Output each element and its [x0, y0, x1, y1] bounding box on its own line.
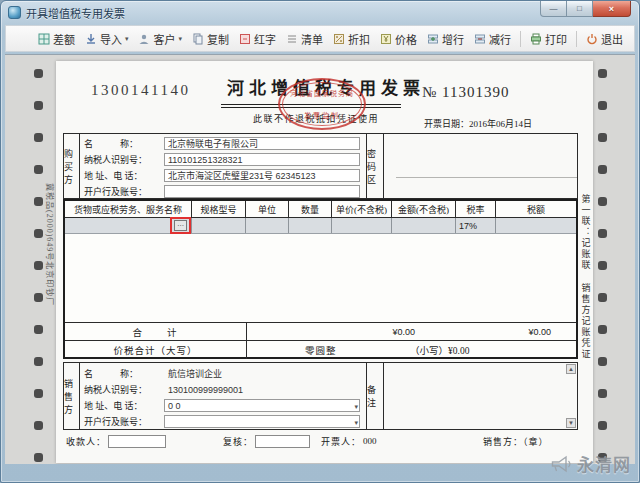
chevron-down-icon[interactable]: ▾ — [178, 35, 182, 43]
copy-note-line2: 销售方记账凭证 — [580, 283, 593, 360]
perforation-dot — [598, 133, 607, 142]
seller-address-input[interactable]: 0 0▾ — [164, 399, 360, 412]
toolbar-button-customer[interactable]: 客户 ▾ — [133, 28, 187, 50]
grand-total-numeric: （小写）¥0.00 — [410, 341, 469, 359]
grid-icon — [38, 33, 50, 45]
perforation-dot — [34, 165, 43, 174]
payee-input[interactable] — [108, 435, 166, 448]
copy-note-line1: 第一联：记账联 — [580, 194, 593, 271]
toolbar-button-remove-row[interactable]: 减行 — [469, 28, 516, 50]
toolbar-button-add-row[interactable]: 增行 — [422, 28, 469, 50]
toolbar-label: 清单 — [301, 31, 323, 47]
perforation-dot — [34, 421, 43, 430]
toolbar-button-discount[interactable]: 折扣 — [328, 28, 375, 50]
megaphone-icon — [550, 454, 574, 474]
minimize-button[interactable]: — — [540, 1, 567, 17]
client-area: 冀税品(2000)649号北京印钞厂 1300141140 河北增值税专用发票 … — [5, 54, 635, 464]
chevron-down-icon[interactable]: ▾ — [354, 417, 358, 428]
perforation-dot — [34, 101, 43, 110]
watermark-text: 永清网 — [577, 451, 631, 476]
buyer-address-input[interactable]: 北京市海淀区虎璧里231号 62345123 — [164, 169, 360, 182]
item-row-selected[interactable]: ⋯ 17% — [65, 218, 576, 234]
total-amount: ¥0.00 — [345, 323, 415, 340]
buyer-taxid-input[interactable]: 110101251328321 — [164, 153, 360, 166]
toolbar-label: 差额 — [53, 31, 75, 47]
drawer-field: 开票人： 000 — [321, 433, 377, 449]
perforation-dot — [34, 325, 43, 334]
divider — [246, 323, 247, 340]
qty-cell[interactable] — [289, 218, 332, 233]
unit-price-cell[interactable] — [332, 218, 392, 233]
grand-total-words: 零圆整 — [305, 341, 337, 359]
app-icon — [8, 6, 21, 19]
printer-icon — [530, 33, 542, 45]
field-label: 开户行及账号： — [84, 415, 164, 428]
seller-section: 销售方 名 称： 航信培训企业 纳税人识别号： 130100999999001 … — [63, 362, 578, 430]
field-label: 名 称： — [84, 367, 164, 380]
tax-rate-cell[interactable]: 17% — [456, 218, 496, 233]
perforation-dot — [598, 197, 607, 206]
toolbar-button-balance[interactable]: 差额 — [33, 28, 80, 50]
perforation-dot — [34, 357, 43, 366]
add-row-icon — [427, 33, 439, 45]
toolbar-button-copy[interactable]: 复制 — [187, 28, 234, 50]
perforation-dot — [598, 421, 607, 430]
seller-bank-row: 开户行及账号： ▾ — [84, 414, 360, 429]
buyer-bank-input[interactable] — [164, 185, 360, 198]
toolbar-button-price[interactable]: 价格 — [375, 28, 422, 50]
buyer-name-input[interactable]: 北京畅联电子有限公司 — [164, 137, 360, 150]
toolbar-label: 复制 — [207, 31, 229, 47]
power-icon — [586, 33, 598, 45]
col-header-item-name: 货物或应税劳务、服务名称 — [65, 201, 192, 217]
toolbar-button-list[interactable]: 清单 — [281, 28, 328, 50]
site-watermark: 永清网 — [550, 451, 631, 476]
col-header-unit-price: 单价(不含税) — [332, 201, 392, 217]
remark-area[interactable]: ▲ ▼ — [384, 363, 577, 429]
col-header-amount: 金额(不含税) — [392, 201, 456, 217]
amount-cell[interactable] — [392, 218, 456, 233]
scroll-up-icon[interactable]: ▲ — [566, 364, 576, 374]
seller-bank-input[interactable]: ▾ — [164, 415, 360, 428]
perforation-dot — [598, 261, 607, 270]
toolbar-button-print[interactable]: 打印 — [525, 28, 572, 50]
toolbar-button-exit[interactable]: 退出 — [581, 28, 628, 50]
reviewer-label: 复核： — [223, 435, 253, 448]
invoice-paper: 1300141140 河北增值税专用发票 № 11301390 此联不作退税抵扣… — [56, 61, 593, 463]
perforation-dot — [598, 325, 607, 334]
total-label: 合 计 — [65, 323, 246, 340]
password-area — [384, 134, 577, 198]
item-name-cell[interactable]: ⋯ — [65, 218, 192, 233]
total-tax: ¥0.00 — [481, 323, 551, 340]
unit-cell[interactable] — [246, 218, 289, 233]
perforation-dot — [598, 69, 607, 78]
spec-cell[interactable] — [192, 218, 246, 233]
seller-address-value: 0 0 — [168, 401, 181, 411]
price-icon — [380, 33, 392, 45]
seller-stamp-label: 销售方：（章） — [483, 435, 549, 448]
reviewer-input[interactable] — [255, 435, 310, 448]
close-button[interactable]: × — [593, 1, 631, 17]
tax-cell[interactable] — [496, 218, 576, 233]
col-header-tax-rate: 税率 — [456, 201, 496, 217]
toolbar-button-import[interactable]: 导入 ▾ — [80, 28, 134, 50]
chevron-down-icon[interactable]: ▾ — [354, 401, 358, 412]
chevron-down-icon[interactable]: ▾ — [125, 35, 129, 43]
perforation-dot — [34, 293, 43, 302]
toolbar-label: 价格 — [395, 31, 417, 47]
maximize-button[interactable]: □ — [567, 1, 593, 17]
col-header-tax: 税额 — [496, 201, 576, 217]
person-icon — [138, 33, 150, 45]
perforation-dot — [34, 389, 43, 398]
payee-label: 收款人： — [66, 435, 106, 448]
seller-stamp-field: 销售方：（章） — [483, 433, 549, 449]
perforation-dot — [34, 133, 43, 142]
password-area-line — [396, 177, 577, 178]
items-table: 货物或应税劳务、服务名称 规格型号 单位 数量 单价(不含税) 金额(不含税) … — [63, 199, 578, 359]
col-header-unit: 单位 — [246, 201, 289, 217]
perforation-dot — [598, 165, 607, 174]
scroll-down-icon[interactable]: ▼ — [566, 418, 576, 428]
perforation-dot — [34, 69, 43, 78]
toolbar-button-red-letter[interactable]: 红字 — [234, 28, 281, 50]
remove-row-icon — [474, 33, 486, 45]
invoice-date: 开票日期：2016年06月14日 — [424, 117, 532, 130]
